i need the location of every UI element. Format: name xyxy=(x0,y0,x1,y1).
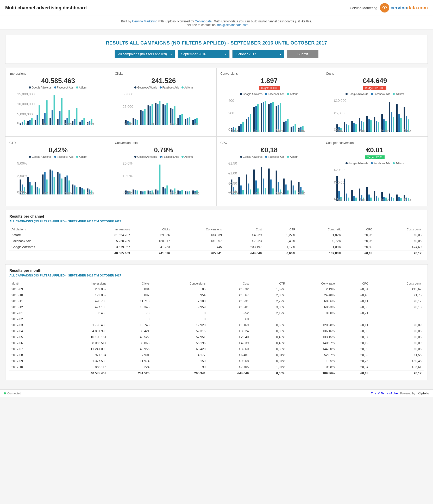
svg-rect-200 xyxy=(155,190,157,194)
svg-rect-121 xyxy=(353,123,355,132)
impressions-svg: Sep Jan May Sep 15,000,000 10,000,000 5,… xyxy=(17,90,107,125)
clicks-label: Clicks xyxy=(115,72,212,75)
svg-rect-154 xyxy=(27,177,29,194)
results-per-month-title: Results per month xyxy=(9,268,424,273)
col-conv-m: Conversions xyxy=(152,281,208,286)
table-cell: €7.223 xyxy=(224,238,264,244)
table-cell: €1,75 xyxy=(370,292,424,298)
table-cell: €7.705 xyxy=(208,364,251,370)
svg-text:May: May xyxy=(170,122,178,125)
clicks-svg: Sep Jan May Sep 50,000 25,000 0 xyxy=(123,90,212,125)
conv-ratio-svg: Sep Jan May Sep 20,0% 10,0% 0,0% xyxy=(123,160,212,194)
svg-rect-88 xyxy=(257,104,259,132)
table-cell: 192.069 xyxy=(53,292,108,298)
svg-rect-19 xyxy=(61,98,62,125)
table-total-cell: 265.341 xyxy=(152,370,208,376)
svg-rect-231 xyxy=(246,175,247,195)
table-cell: 31.654.707 xyxy=(81,232,132,238)
table-cell: €0,43 xyxy=(337,292,371,298)
svg-rect-193 xyxy=(137,191,138,194)
start-date-select[interactable]: September 2016 xyxy=(178,50,230,58)
submit-button[interactable]: Submit xyxy=(287,50,318,58)
svg-rect-126 xyxy=(366,116,368,132)
table-cell: €0,84 xyxy=(337,364,371,370)
start-date-filter-wrap[interactable]: September 2016 xyxy=(178,50,230,58)
trust-terms-link[interactable]: Trust & Terms of Use xyxy=(371,392,398,395)
table-cell: 1.377.599 xyxy=(53,358,108,364)
svg-rect-26 xyxy=(79,122,81,125)
table-cell: 136,16% xyxy=(287,328,337,334)
table-total-cell: €0,17 xyxy=(374,250,424,256)
promo-link-cervino[interactable]: Cervino Marketing xyxy=(132,20,157,23)
svg-rect-195 xyxy=(142,192,144,194)
table-total-cell: 109,86% xyxy=(297,250,343,256)
svg-rect-61 xyxy=(178,118,179,125)
table-row: 2016-09239.0693.88485€1.3321,62%2,19%€0,… xyxy=(9,286,424,292)
svg-rect-84 xyxy=(248,117,249,132)
conversions-card: Conversions 1.897 Target: 14.000 Google … xyxy=(217,68,322,136)
end-date-filter-wrap[interactable]: October 2017 xyxy=(232,50,284,58)
results-per-month-section: Results per month ALL CAMPAIGNS (NO FILT… xyxy=(5,264,428,380)
svg-rect-205 xyxy=(167,186,168,194)
svg-rect-117 xyxy=(344,122,345,132)
table-cell: 4.177 xyxy=(152,352,208,358)
svg-rect-47 xyxy=(142,111,144,125)
svg-text:€10,00: €10,00 xyxy=(334,180,344,184)
svg-rect-45 xyxy=(137,120,138,125)
svg-text:Jan: Jan xyxy=(359,198,365,201)
logo-icon xyxy=(380,3,389,12)
svg-rect-287 xyxy=(396,195,398,201)
cpc-svg: Sep Jan May Sep €1,50 €1,00 €0,50 €0,00 xyxy=(228,160,318,194)
promo-link-cervinodata[interactable]: Cervinodata xyxy=(195,20,212,23)
svg-rect-164 xyxy=(52,171,53,194)
svg-rect-127 xyxy=(368,119,370,132)
impressions-label: Impressions xyxy=(9,72,107,75)
svg-rect-158 xyxy=(37,187,38,194)
svg-text:Sep: Sep xyxy=(125,122,132,125)
header-right: Cervino Marketing cervinodata.com xyxy=(350,3,428,12)
svg-rect-24 xyxy=(74,119,76,125)
ctr-svg: Sep Jan May Sep 5,00% 2,50% 0,00% xyxy=(17,160,107,194)
conversions-target: Target: 14.000 xyxy=(259,86,280,90)
svg-rect-7 xyxy=(31,118,33,125)
campaign-filter-select[interactable]: All campaigns (no filters applied) xyxy=(115,50,175,58)
svg-rect-271 xyxy=(355,198,357,201)
svg-rect-62 xyxy=(179,115,181,125)
table-total-cell: 109,86% xyxy=(287,370,337,376)
svg-rect-119 xyxy=(348,125,349,132)
col-conversions: Conversions xyxy=(172,227,224,232)
promo-prefix: Built by xyxy=(121,20,132,23)
table-cell: 3.450 xyxy=(53,310,108,316)
svg-rect-15 xyxy=(52,110,53,125)
promo-email[interactable]: trial@cervinodata.com xyxy=(217,23,248,27)
table-cell: 43.522 xyxy=(108,334,152,340)
table-cell: 971.104 xyxy=(53,352,108,358)
svg-text:10,0%: 10,0% xyxy=(123,174,133,178)
table-cell: 38.421 xyxy=(108,328,152,334)
clicks-value: 241.526 xyxy=(115,77,212,85)
table-cell: 191,82% xyxy=(297,232,343,238)
table-cell: 11.974 xyxy=(108,358,152,364)
table-cell: 858.116 xyxy=(53,364,108,370)
svg-text:May: May xyxy=(381,198,389,201)
svg-rect-23 xyxy=(72,121,73,125)
svg-rect-250 xyxy=(292,186,294,194)
svg-rect-237 xyxy=(261,167,262,194)
svg-rect-156 xyxy=(31,186,33,194)
end-date-select[interactable]: October 2017 xyxy=(232,50,284,58)
table-row: 2017-091.377.59911.974150€9.0680,87%1,25… xyxy=(9,358,424,364)
table-cell: 4.801.995 xyxy=(53,328,108,334)
conversions-value: 1.897 xyxy=(221,77,318,85)
table-row: 2017-031.796.48010.74812.928€1.1690,60%1… xyxy=(9,322,424,328)
svg-text:Jan: Jan xyxy=(42,191,49,194)
table-cell: €3.024 xyxy=(208,328,251,334)
table-cell: 0 xyxy=(152,316,208,322)
table-cell: €1.169 xyxy=(208,322,251,328)
table-cell: €1.667 xyxy=(208,292,251,298)
table-cell: 2017-04 xyxy=(9,328,53,334)
legend-adform: Adform xyxy=(76,86,87,89)
campaign-filter-wrap[interactable]: All campaigns (no filters applied) xyxy=(115,50,175,58)
svg-rect-130 xyxy=(376,121,377,132)
conv-ratio-label: Conversion ratio xyxy=(115,141,212,145)
svg-rect-209 xyxy=(178,191,179,194)
